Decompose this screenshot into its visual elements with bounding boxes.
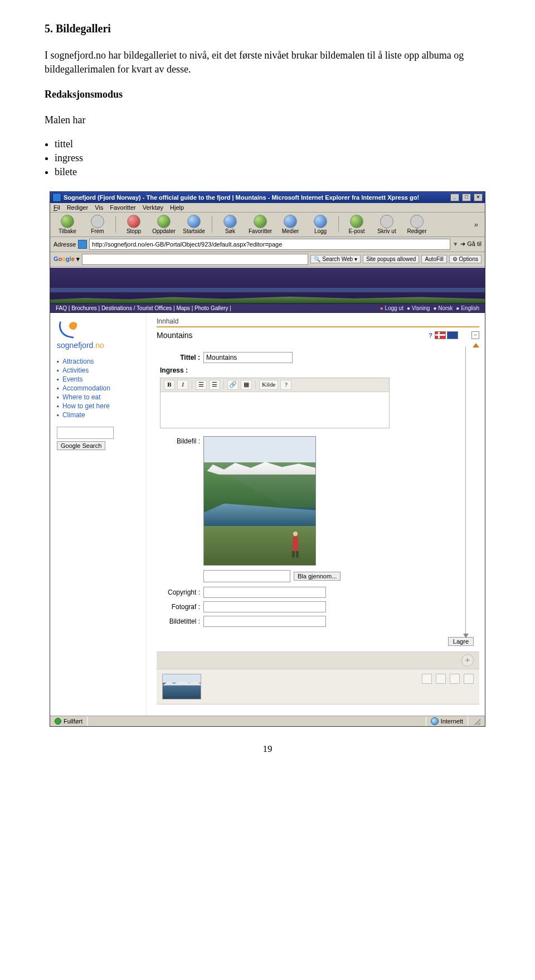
rte-image-icon[interactable]: ▦ [241, 380, 252, 390]
flag-en-icon[interactable] [447, 331, 458, 339]
label-ingress: Ingress : [160, 366, 188, 374]
google-search-web[interactable]: 🔍 Search Web ▾ [310, 255, 360, 263]
maximize-button[interactable]: □ [462, 194, 471, 201]
go-button[interactable]: ➔ Gå til [460, 240, 481, 248]
ingress-rte: B I ☰ ☰ 🔗 ▦ Kilde ? [160, 378, 390, 428]
toolbar-oppdater[interactable]: Oppdater [150, 215, 178, 234]
top-nav-norsk[interactable]: ● Norsk [433, 305, 453, 311]
ie-title-text: Sognefjord (Fjord Norway) - The official… [64, 194, 449, 201]
flag-no-icon[interactable] [435, 331, 446, 339]
input-tittel[interactable] [203, 352, 293, 363]
toolbar-tilbake[interactable]: Tilbake [54, 215, 81, 234]
tab-innhald[interactable]: Innhald [157, 317, 479, 327]
site-logo[interactable]: sognefjord.no [57, 321, 140, 350]
redaksjonsmodus-heading: Redaksjonsmodus [45, 88, 490, 102]
toolbar-stopp[interactable]: Stopp [120, 215, 148, 234]
resize-grip-icon[interactable] [473, 717, 480, 725]
sidebar-google-search-button[interactable]: Google Search [57, 441, 105, 450]
google-toolbar: Google ▾ 🔍 Search Web ▾ Site popups allo… [50, 252, 485, 267]
ie-menubar: Fil Rediger Vis Favoritter Verktøy Hjelp [50, 203, 485, 213]
menu-vis[interactable]: Vis [95, 204, 103, 211]
google-options[interactable]: ⚙ Options [449, 255, 481, 263]
page-title: Mountains [157, 331, 193, 340]
scroll-indicator [465, 346, 466, 635]
tool-move-up-icon[interactable] [436, 674, 446, 684]
tool-fill-icon[interactable] [422, 674, 432, 684]
bildefil-path-input[interactable] [203, 570, 290, 582]
thumbnail-row [157, 669, 479, 704]
toolbar-frem[interactable]: Frem [84, 215, 111, 234]
collapse-toggle[interactable]: – [471, 331, 479, 339]
leftnav-accommodation[interactable]: Accommodation [57, 384, 140, 392]
input-bildetittel[interactable] [203, 616, 326, 627]
rte-ul-icon[interactable]: ☰ [209, 380, 220, 390]
addr-label: Adresse [54, 241, 76, 248]
google-autofill[interactable]: AutoFill [421, 255, 446, 263]
tool-sort-icon[interactable] [450, 674, 460, 684]
toolbar-epost[interactable]: E-post [343, 215, 371, 234]
close-button[interactable]: × [474, 194, 483, 201]
toolbar-startside[interactable]: Startside [180, 215, 208, 234]
rte-toolbar: B I ☰ ☰ 🔗 ▦ Kilde ? [160, 378, 389, 392]
menu-hjelp[interactable]: Hjelp [170, 204, 184, 211]
rte-help-icon[interactable]: ? [280, 380, 291, 390]
address-input[interactable] [89, 239, 450, 250]
toolbar-medier[interactable]: Medier [276, 215, 304, 234]
input-copyright[interactable] [203, 587, 326, 598]
site-top-nav: FAQ | Brochures | Destinations / Tourist… [50, 303, 485, 313]
help-icon[interactable]: ? [429, 332, 432, 339]
leftnav-climate[interactable]: Climate [57, 411, 140, 419]
leftnav-where-to-eat[interactable]: Where to eat [57, 393, 140, 401]
top-nav-left[interactable]: FAQ | Brochures | Destinations / Tourist… [56, 305, 231, 311]
zone-internet-icon [431, 717, 439, 725]
label-fotograf: Fotograf : [160, 603, 200, 611]
malen-har: Malen har [45, 113, 490, 127]
rte-italic-icon[interactable]: I [177, 380, 188, 390]
browse-button[interactable]: Bla gjennom... [294, 572, 341, 581]
leftnav-activities[interactable]: Activities [57, 366, 140, 374]
menu-favoritter[interactable]: Favoritter [110, 204, 135, 211]
scroll-up-icon[interactable] [473, 343, 479, 347]
input-fotograf[interactable] [203, 601, 326, 612]
label-bildetittel: Bildetittel : [160, 617, 200, 625]
tool-edit-icon[interactable] [464, 674, 474, 684]
thumbnail-image[interactable] [162, 674, 201, 699]
menu-verktoy[interactable]: Verktøy [143, 204, 163, 211]
toolbar-favoritter[interactable]: Favoritter [246, 215, 274, 234]
top-nav-english[interactable]: ● English [456, 305, 479, 311]
ie-status-bar: Fullført Internett [50, 716, 485, 726]
status-internett: Internett [441, 718, 463, 725]
status-done-icon [55, 718, 61, 725]
ie-address-bar: Adresse ▼ ➔ Gå til [50, 237, 485, 252]
toolbar-sok[interactable]: Søk [216, 215, 244, 234]
leftnav-how-to-get-here[interactable]: How to get here [57, 402, 140, 410]
addr-dropdown-icon[interactable]: ▼ [453, 241, 458, 247]
left-nav-list: Attractions Activities Events Accommodat… [57, 358, 140, 419]
sidebar-search-input[interactable] [57, 427, 114, 439]
add-item-icon[interactable]: + [461, 654, 474, 667]
ie-app-icon [52, 193, 61, 202]
rte-ol-icon[interactable]: ☰ [196, 380, 207, 390]
leftnav-events[interactable]: Events [57, 375, 140, 383]
leftnav-attractions[interactable]: Attractions [57, 358, 140, 365]
page-icon [78, 240, 87, 249]
rte-kilde-button[interactable]: Kilde [259, 380, 278, 390]
rte-bold-icon[interactable]: B [164, 380, 175, 390]
toolbar-overflow[interactable]: » [471, 220, 481, 229]
toolbar-logg[interactable]: Logg [307, 215, 334, 234]
rte-textarea[interactable] [160, 392, 389, 428]
google-logo: Google ▾ [54, 255, 80, 263]
menu-rediger[interactable]: Rediger [67, 204, 89, 211]
rte-link-icon[interactable]: 🔗 [227, 380, 239, 390]
editor-bottom-toolbar: + [157, 651, 479, 669]
lagre-button[interactable]: Lagre [448, 637, 474, 646]
google-query-input[interactable] [82, 254, 308, 265]
minimize-button[interactable]: _ [450, 194, 459, 201]
top-nav-logout[interactable]: ● Logg ut [380, 305, 403, 311]
top-nav-visning[interactable]: ● Visning [407, 305, 430, 311]
google-popups[interactable]: Site popups allowed [363, 255, 420, 263]
toolbar-rediger[interactable]: Rediger [403, 215, 431, 234]
menu-fil[interactable]: Fil [54, 204, 60, 211]
left-sidebar: sognefjord.no Attractions Activities Eve… [50, 313, 147, 716]
toolbar-skrivut[interactable]: Skriv ut [373, 215, 401, 234]
